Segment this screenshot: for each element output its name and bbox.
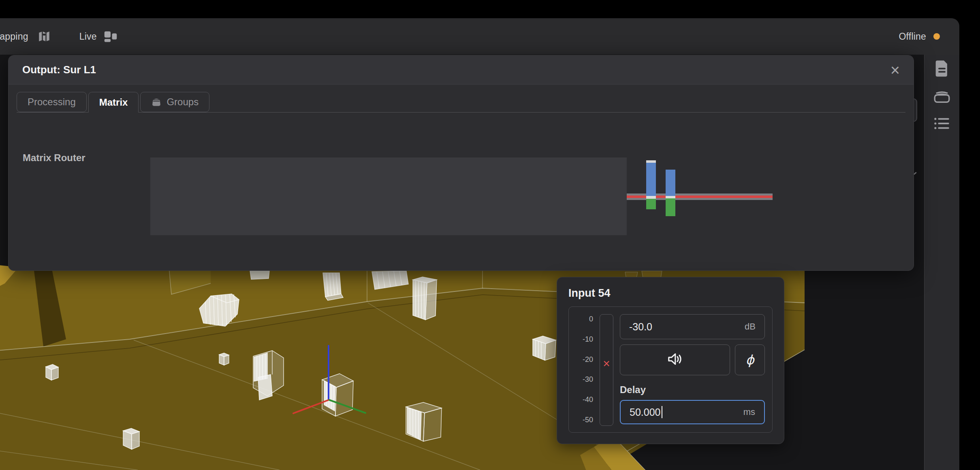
delay-input[interactable]: 50.000 ms	[620, 400, 765, 424]
tab-label: Groups	[167, 96, 199, 108]
input-panel-title: Input 54	[568, 287, 773, 300]
speaker-box-selected	[322, 374, 353, 416]
status-label: Offline	[899, 31, 926, 42]
channel-group: 0 -10 -20 -30 -40 -50 × -30.0 dB	[568, 306, 773, 433]
scale-tick: -10	[583, 335, 593, 344]
speaker-box	[533, 336, 556, 360]
app-window: Mapping Live Offline	[0, 18, 959, 470]
gain-input[interactable]: -30.0 dB	[620, 314, 765, 339]
top-bar: Mapping Live Offline	[0, 18, 959, 55]
nav-mapping[interactable]: Mapping	[0, 31, 28, 42]
phase-icon: ϕ	[745, 352, 754, 368]
tab-processing[interactable]: Processing	[17, 92, 87, 112]
groups-basket-icon	[151, 97, 162, 107]
scale-tick: -30	[583, 375, 593, 384]
list-icon[interactable]	[933, 115, 951, 132]
document-icon[interactable]	[933, 60, 951, 77]
right-sidebar	[924, 55, 959, 470]
speaker-box	[406, 402, 442, 441]
connection-status[interactable]: Offline	[899, 31, 940, 42]
delay-label: Delay	[620, 384, 765, 396]
matrix-router-canvas[interactable]	[150, 157, 627, 235]
delay-value: 50.000	[630, 406, 660, 418]
dialog-title: Output: Sur L1	[22, 64, 96, 76]
scale-tick: -20	[583, 355, 593, 364]
speaker-icon	[666, 351, 684, 369]
meter-scale: 0 -10 -20 -30 -40 -50	[576, 314, 593, 426]
matrix-router-title: Matrix Router	[23, 152, 85, 164]
text-caret	[662, 406, 662, 418]
tab-bar: Processing Matrix Groups	[17, 92, 905, 113]
gain-value: -30.0	[629, 321, 652, 333]
speaker-box	[413, 277, 437, 320]
small-cube	[219, 353, 229, 365]
tab-groups[interactable]: Groups	[140, 92, 209, 112]
channel-controls: -30.0 dB ϕ	[620, 314, 765, 426]
map-icon[interactable]	[37, 30, 51, 43]
tab-label: Processing	[28, 96, 76, 108]
small-cube	[123, 428, 139, 449]
mute-button[interactable]	[620, 345, 730, 375]
scale-tick: -50	[583, 416, 593, 424]
clip-indicator: ×	[603, 357, 610, 370]
delay-unit: ms	[743, 407, 755, 417]
gain-unit: dB	[745, 321, 756, 332]
small-cube	[46, 364, 58, 380]
phase-button[interactable]: ϕ	[735, 345, 765, 375]
scale-tick: 0	[589, 315, 593, 323]
archive-icon[interactable]	[933, 87, 951, 105]
level-meter: ×	[600, 314, 613, 426]
live-dashboard-icon[interactable]	[103, 30, 118, 43]
scale-tick: -40	[583, 396, 593, 404]
input-54-panel: Input 54 0 -10 -20 -30 -40 -50 × -30.0 d…	[557, 277, 784, 444]
tab-matrix[interactable]: Matrix	[88, 92, 139, 113]
tab-label: Matrix	[99, 97, 128, 108]
matrix-meter-visualization	[627, 157, 797, 279]
nav-live[interactable]: Live	[79, 31, 97, 42]
output-dialog: Output: Sur L1 × Processing Matrix Group…	[8, 55, 914, 271]
dialog-header: Output: Sur L1 ×	[9, 55, 914, 85]
close-icon[interactable]: ×	[890, 62, 900, 78]
status-dot	[933, 33, 940, 40]
